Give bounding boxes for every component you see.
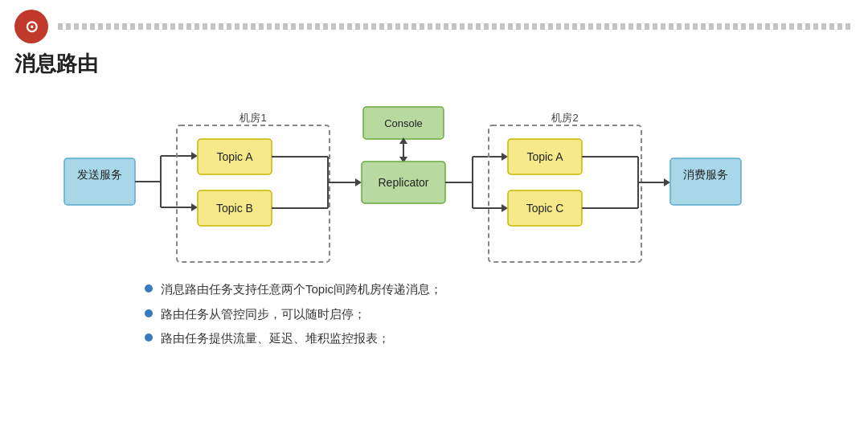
bullet-text-2: 路由任务从管控同步，可以随时启停； [161, 305, 366, 324]
header: ⊙ [0, 0, 868, 48]
room2-label: 机房2 [551, 112, 578, 124]
logo-icon: ⊙ [25, 17, 39, 36]
bullet-text-1: 消息路由任务支持任意两个Topic间跨机房传递消息； [161, 280, 442, 299]
room1-topicb-label: Topic B [216, 202, 253, 215]
arrow-to-room2-topica [502, 153, 508, 161]
bullet-list: 消息路由任务支持任意两个Topic间跨机房传递消息； 路由任务从管控同步，可以随… [0, 266, 868, 362]
room1-topica-label: Topic A [216, 150, 253, 163]
arrow-to-topica [191, 152, 198, 160]
header-decoration [58, 23, 854, 30]
room2-topica-label: Topic A [526, 150, 563, 163]
room2-topicc-label: Topic C [526, 202, 564, 215]
page-title: 消息路由 [0, 48, 868, 89]
diagram-wrapper: 发送服务 机房1 Topic A Topic B Console [0, 89, 868, 266]
bullet-dot-3 [145, 334, 153, 342]
bullet-dot-1 [145, 284, 153, 293]
arrow-to-consumer [664, 178, 670, 186]
architecture-diagram: 发送服务 机房1 Topic A Topic B Console [48, 89, 820, 266]
bullet-text-3: 路由任务提供流量、延迟、堆积监控报表； [161, 329, 390, 348]
consumer-label: 消费服务 [683, 168, 728, 181]
bullet-item-2: 路由任务从管控同步，可以随时启停； [145, 305, 836, 324]
svg-rect-0 [64, 158, 135, 205]
arrow-to-replicator [355, 178, 362, 186]
replicator-label: Replicator [378, 176, 428, 189]
bullet-item-1: 消息路由任务支持任意两个Topic间跨机房传递消息； [145, 280, 836, 299]
bullet-item-3: 路由任务提供流量、延迟、堆积监控报表； [145, 329, 836, 348]
arrow-to-topicb [191, 203, 198, 211]
logo: ⊙ [14, 10, 48, 43]
arrow-to-room2-topicc [502, 204, 508, 212]
svg-rect-26 [670, 158, 741, 205]
room1-label: 机房1 [240, 112, 266, 124]
sender-label: 发送服务 [77, 168, 122, 181]
bullet-dot-2 [145, 309, 153, 317]
console-label: Console [384, 117, 423, 129]
